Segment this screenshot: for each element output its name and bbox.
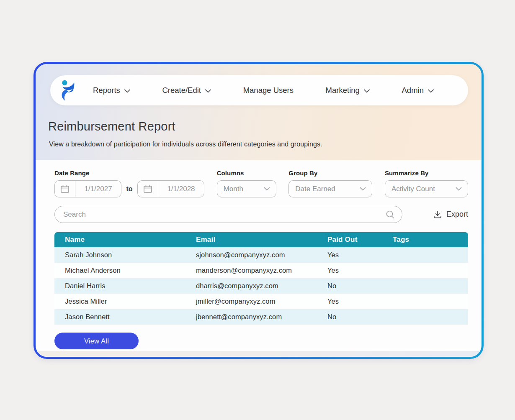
export-label: Export: [446, 210, 468, 219]
table-header-row: Name Email Paid Out Tags: [54, 232, 468, 247]
search-input[interactable]: [63, 210, 385, 219]
report-content: Date Range 1/1/2027 to: [36, 160, 482, 349]
cell-email: sjohnson@companyxyz.com: [196, 247, 327, 263]
download-icon: [433, 210, 442, 219]
date-range-separator: to: [126, 185, 132, 193]
column-header-email[interactable]: Email: [196, 232, 327, 247]
column-header-paid-out[interactable]: Paid Out: [327, 232, 393, 247]
nav-item-admin[interactable]: Admin: [402, 86, 434, 95]
nav-items: Reports Create/Edit Manage Users Marketi…: [93, 86, 451, 95]
group-by-select[interactable]: Date Earned: [288, 180, 372, 197]
date-to-value: 1/1/2028: [158, 185, 204, 193]
chevron-down-icon: [205, 89, 211, 93]
report-card-inner: Reports Create/Edit Manage Users Marketi…: [36, 64, 482, 357]
view-all-button[interactable]: View All: [54, 333, 139, 349]
chevron-down-icon: [364, 89, 370, 93]
filter-bar: Date Range 1/1/2027 to: [54, 169, 468, 197]
cell-tags: [393, 247, 468, 263]
top-navbar: Reports Create/Edit Manage Users Marketi…: [50, 75, 468, 105]
chevron-down-icon: [124, 89, 130, 93]
report-table: Name Email Paid Out Tags Sarah Johnson s…: [54, 232, 468, 325]
table-row[interactable]: Michael Anderson manderson@companyxyz.co…: [54, 263, 468, 278]
nav-item-label: Reports: [93, 86, 120, 95]
group-by-label: Group By: [288, 169, 372, 177]
table-row[interactable]: Jessica Miller jmiller@companyxyz.com Ye…: [54, 294, 468, 309]
summarize-by-label: Summarize By: [385, 169, 468, 177]
export-button[interactable]: Export: [433, 210, 468, 219]
cell-paid-out: No: [327, 278, 393, 294]
table-row[interactable]: Daniel Harris dharris@companyxyz.com No: [54, 278, 468, 294]
nav-item-label: Admin: [402, 86, 424, 95]
nav-item-label: Create/Edit: [162, 86, 201, 95]
date-from-value: 1/1/2027: [75, 185, 121, 193]
calendar-icon[interactable]: [55, 181, 75, 197]
cell-email: manderson@companyxyz.com: [196, 263, 327, 278]
filter-date-range: Date Range 1/1/2027 to: [54, 169, 204, 197]
hero-section: Reports Create/Edit Manage Users Marketi…: [36, 64, 482, 160]
search-icon[interactable]: [385, 210, 395, 220]
cell-email: dharris@companyxyz.com: [196, 278, 327, 294]
chevron-down-icon: [264, 187, 270, 191]
column-header-name[interactable]: Name: [54, 232, 196, 247]
report-card: Reports Create/Edit Manage Users Marketi…: [33, 62, 484, 359]
columns-selected-value: Month: [224, 185, 243, 193]
cell-name: Jason Bennett: [54, 309, 196, 325]
summarize-by-select[interactable]: Activity Count: [385, 180, 468, 197]
cell-name: Daniel Harris: [54, 278, 196, 294]
page-title: Reimbursement Report: [48, 120, 469, 133]
nav-item-label: Manage Users: [243, 86, 294, 95]
cell-email: jbennett@companyxyz.com: [196, 309, 327, 325]
date-from-input[interactable]: 1/1/2027: [54, 180, 121, 197]
summarize-by-selected-value: Activity Count: [391, 185, 435, 193]
nav-item-manage-users[interactable]: Manage Users: [243, 86, 294, 95]
filter-columns: Columns Month: [217, 169, 276, 197]
columns-select[interactable]: Month: [217, 180, 276, 197]
page-subtitle: View a breakdown of participation for in…: [49, 141, 469, 148]
group-by-selected-value: Date Earned: [295, 185, 335, 193]
nav-item-label: Marketing: [326, 86, 360, 95]
table-row[interactable]: Jason Bennett jbennett@companyxyz.com No: [54, 309, 468, 325]
column-header-tags[interactable]: Tags: [393, 232, 468, 247]
card-bottom-strip: [36, 351, 482, 357]
chevron-down-icon: [456, 187, 462, 191]
filter-summarize-by: Summarize By Activity Count: [385, 169, 468, 197]
date-to-input[interactable]: 1/1/2028: [137, 180, 204, 197]
date-range-inputs: 1/1/2027 to 1/1/2028: [54, 180, 204, 197]
chevron-down-icon: [360, 187, 366, 191]
nav-item-reports[interactable]: Reports: [93, 86, 130, 95]
app-logo-icon[interactable]: [59, 79, 75, 101]
cell-name: Sarah Johnson: [54, 247, 196, 263]
cell-paid-out: No: [327, 309, 393, 325]
columns-label: Columns: [217, 169, 276, 177]
cell-email: jmiller@companyxyz.com: [196, 294, 327, 309]
table-row[interactable]: Sarah Johnson sjohnson@companyxyz.com Ye…: [54, 247, 468, 263]
cell-paid-out: Yes: [327, 294, 393, 309]
cell-name: Michael Anderson: [54, 263, 196, 278]
search-export-row: Export: [54, 206, 468, 223]
cell-paid-out: Yes: [327, 247, 393, 263]
date-range-label: Date Range: [54, 169, 204, 177]
cell-tags: [393, 309, 468, 325]
nav-item-create-edit[interactable]: Create/Edit: [162, 86, 211, 95]
filter-group-by: Group By Date Earned: [288, 169, 372, 197]
cell-name: Jessica Miller: [54, 294, 196, 309]
chevron-down-icon: [428, 89, 434, 93]
calendar-icon[interactable]: [138, 181, 158, 197]
cell-tags: [393, 278, 468, 294]
cell-tags: [393, 294, 468, 309]
cell-paid-out: Yes: [327, 263, 393, 278]
nav-item-marketing[interactable]: Marketing: [326, 86, 370, 95]
search-box[interactable]: [54, 206, 402, 223]
cell-tags: [393, 263, 468, 278]
